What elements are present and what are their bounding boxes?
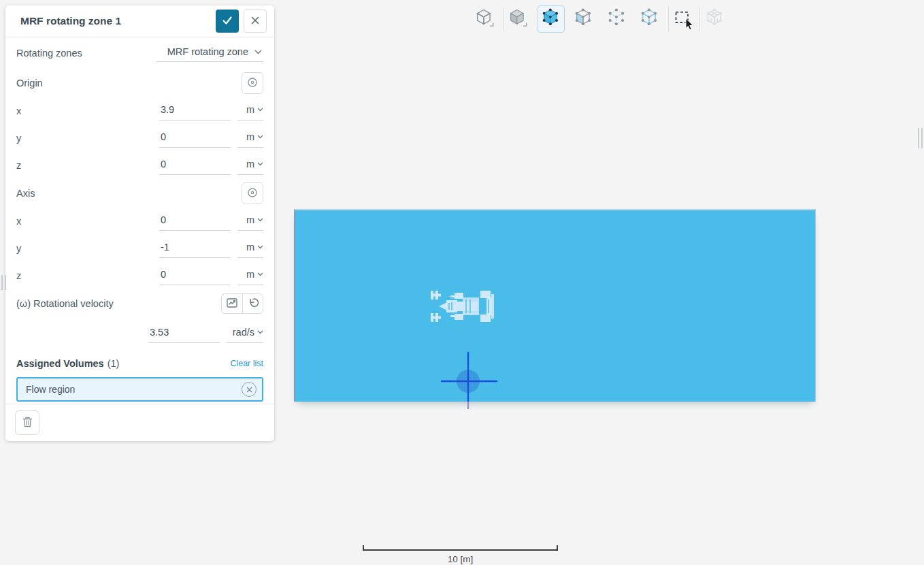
origin-y-input[interactable]: 0 — [159, 129, 231, 148]
axis-y-row: y -1 m — [16, 235, 263, 262]
volume-name: Flow region — [26, 384, 242, 395]
assigned-volumes-label: Assigned Volumes — [16, 358, 104, 369]
axis-y-unit-select[interactable]: m — [237, 240, 263, 258]
unit-label: m — [246, 131, 254, 142]
delete-button[interactable] — [15, 410, 39, 435]
toolbar-divider — [503, 7, 504, 31]
axis-x-label: x — [16, 216, 159, 227]
axis-y-label: y — [16, 243, 159, 254]
axis-z-label: z — [16, 270, 159, 281]
origin-row: Origin — [16, 69, 263, 97]
axis-pick-button[interactable] — [242, 182, 263, 204]
select-volumes-button[interactable] — [538, 5, 565, 33]
target-icon — [246, 187, 259, 201]
rotating-zones-label: Rotating zones — [16, 48, 156, 59]
origin-x-input[interactable]: 3.9 — [159, 102, 231, 120]
chevron-down-icon — [257, 162, 263, 166]
apply-button[interactable] — [216, 10, 239, 33]
unit-label: m — [246, 104, 254, 115]
rotational-velocity-row: (ω) Rotational velocity — [16, 289, 263, 318]
axis-y-input[interactable]: -1 — [159, 240, 231, 258]
table-input-button[interactable] — [221, 293, 242, 314]
rotational-velocity-label: (ω) Rotational velocity — [16, 298, 221, 309]
chart-line-icon — [226, 297, 238, 311]
origin-z-unit-select[interactable]: m — [237, 157, 263, 175]
toolbar-divider — [699, 7, 700, 31]
axis-z-unit-select[interactable]: m — [237, 267, 263, 285]
axis-z-row: z 0 m — [16, 262, 263, 289]
axis-label: Axis — [16, 188, 242, 199]
chevron-down-icon — [257, 135, 263, 139]
assigned-volumes-count: (1) — [108, 358, 120, 369]
origin-label: Origin — [16, 78, 242, 88]
select-faces-button[interactable] — [570, 5, 597, 33]
panel-header: MRF rotating zone 1 — [5, 5, 274, 37]
rotational-velocity-value-row: 3.53 rad/s — [16, 318, 263, 349]
unit-label: m — [246, 214, 254, 225]
assembly-cube-icon — [705, 7, 725, 31]
cancel-button[interactable] — [244, 10, 267, 33]
vertex-select-cube-icon — [607, 7, 627, 31]
chevron-down-icon — [257, 330, 263, 334]
unit-label: rad/s — [233, 327, 254, 338]
axis-x-input[interactable]: 0 — [159, 212, 231, 231]
axis-row: Axis — [16, 179, 263, 208]
wireframe-cube-icon — [474, 7, 495, 31]
undo-icon — [247, 297, 259, 311]
scale-bar-label: 10 [m] — [363, 554, 558, 564]
volume-select-cube-icon — [541, 7, 561, 31]
origin-z-input[interactable]: 0 — [159, 157, 231, 175]
origin-z-row: z 0 m — [16, 152, 263, 179]
rotational-velocity-unit-select[interactable]: rad/s — [227, 325, 263, 343]
remove-volume-button[interactable] — [242, 382, 257, 397]
unit-label: m — [246, 242, 254, 253]
trash-icon — [22, 416, 33, 430]
chevron-down-icon — [257, 108, 263, 112]
face-select-cube-icon — [574, 7, 594, 31]
origin-y-row: y 0 m — [16, 125, 263, 152]
solid-cube-icon — [508, 7, 528, 31]
edge-select-cube-icon — [640, 7, 660, 31]
rotational-velocity-input[interactable]: 3.53 — [148, 325, 220, 343]
reset-button[interactable] — [242, 293, 263, 314]
right-panel-drag-handle[interactable] — [918, 128, 923, 148]
chevron-down-icon — [257, 218, 263, 222]
origin-pick-button[interactable] — [242, 72, 263, 94]
chevron-down-icon — [257, 245, 263, 249]
toolbar-divider — [668, 7, 669, 31]
origin-z-label: z — [16, 160, 159, 171]
origin-x-row: x 3.9 m — [16, 97, 263, 125]
unit-label: m — [246, 159, 254, 170]
scale-bar — [363, 545, 558, 551]
origin-x-unit-select[interactable]: m — [237, 102, 263, 120]
axis-x-unit-select[interactable]: m — [237, 212, 263, 231]
rotating-zones-row: Rotating zones MRF rotating zone — [16, 37, 263, 69]
box-select-button[interactable] — [670, 5, 697, 33]
target-icon — [246, 76, 259, 91]
assembly-select-button — [702, 5, 729, 33]
panel-footer — [5, 404, 274, 441]
box-select-icon — [674, 8, 693, 30]
left-panel-drag-handle[interactable] — [1, 275, 6, 290]
axis-x-row: x 0 m — [16, 208, 263, 235]
origin-y-unit-select[interactable]: m — [237, 129, 263, 148]
assigned-volumes-header: Assigned Volumes (1) Clear list — [16, 352, 263, 375]
flow-region-box[interactable] — [294, 209, 816, 402]
rotating-zones-select[interactable]: MRF rotating zone — [156, 44, 263, 62]
render-mode-solid-button[interactable] — [504, 5, 531, 33]
check-icon — [221, 14, 233, 29]
origin-y-label: y — [16, 133, 159, 144]
select-edges-button[interactable] — [636, 5, 663, 33]
assigned-volume-item[interactable]: Flow region — [16, 377, 263, 402]
close-icon — [250, 16, 260, 27]
panel-title: MRF rotating zone 1 — [20, 15, 216, 27]
select-vertices-button[interactable] — [604, 5, 631, 33]
mrf-settings-panel: MRF rotating zone 1 Rotating zones MRF r… — [5, 5, 274, 441]
car-model[interactable] — [430, 289, 498, 327]
clear-list-link[interactable]: Clear list — [230, 359, 263, 368]
rotating-zones-value: MRF rotating zone — [167, 46, 248, 57]
render-mode-wireframe-button[interactable] — [471, 5, 498, 33]
axis-z-input[interactable]: 0 — [159, 267, 231, 285]
origin-x-label: x — [16, 106, 159, 116]
chevron-down-icon — [257, 272, 263, 276]
